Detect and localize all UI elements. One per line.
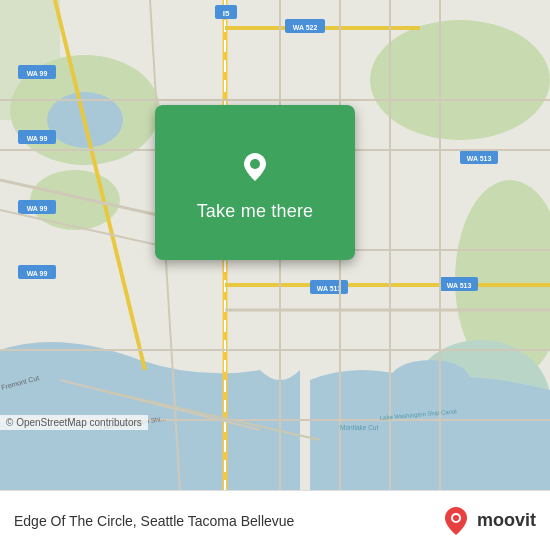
svg-point-52: [250, 159, 260, 169]
location-label: Edge Of The Circle, Seattle Tacoma Belle…: [14, 513, 294, 529]
svg-text:WA 513: WA 513: [317, 285, 342, 292]
take-me-card[interactable]: Take me there: [155, 105, 355, 260]
svg-text:WA 99: WA 99: [27, 270, 48, 277]
svg-text:Montlake Cut: Montlake Cut: [340, 424, 378, 431]
svg-text:WA 513: WA 513: [467, 155, 492, 162]
map-background: I5 WA 522 WA 99 WA 99 WA 99 WA 99 WA 513…: [0, 0, 550, 490]
svg-point-55: [453, 515, 459, 521]
svg-text:WA 99: WA 99: [27, 205, 48, 212]
svg-text:I5: I5: [223, 9, 230, 18]
location-pin-icon: [231, 143, 279, 191]
svg-point-8: [390, 360, 470, 400]
svg-text:WA 99: WA 99: [27, 70, 48, 77]
svg-text:WA 513: WA 513: [447, 282, 472, 289]
bottom-bar: Edge Of The Circle, Seattle Tacoma Belle…: [0, 490, 550, 550]
copyright-text: © OpenStreetMap contributors: [6, 417, 142, 428]
svg-rect-3: [0, 0, 60, 120]
moovit-logo-icon: [439, 504, 473, 538]
svg-text:WA 522: WA 522: [293, 24, 318, 31]
take-me-label: Take me there: [197, 201, 314, 222]
moovit-logo[interactable]: moovit: [439, 504, 536, 538]
moovit-app-name: moovit: [477, 510, 536, 531]
svg-point-4: [370, 20, 550, 140]
copyright-bar: © OpenStreetMap contributors: [0, 415, 148, 430]
svg-text:WA 99: WA 99: [27, 135, 48, 142]
